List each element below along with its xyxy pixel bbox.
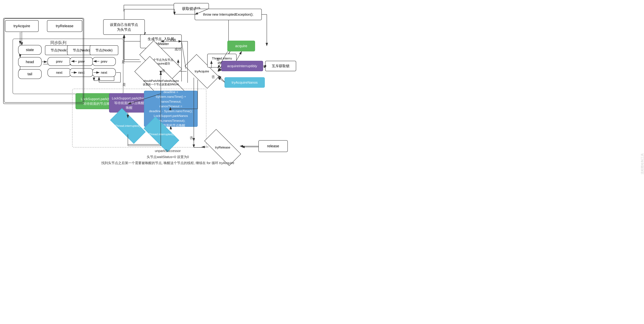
label-success1: 成功	[174, 47, 181, 52]
node3-prev: prev	[92, 57, 116, 66]
node3-next: next	[92, 68, 116, 77]
try-acquire-box: tryAcquire	[5, 20, 38, 32]
label-yes2: 是	[122, 82, 126, 87]
node3-label: 节点(Node)	[90, 45, 118, 55]
throw-exception-box: throw new InterruptedException();	[195, 9, 262, 20]
try-acquire-nanos-box: tryAcquireNanos	[224, 77, 265, 88]
node1-next: next	[48, 68, 71, 77]
label-fail1: 失败	[170, 38, 176, 42]
label-no2: 否	[212, 75, 215, 79]
acquire-interruptibly-box: acquireInterruptibly	[221, 61, 263, 71]
thread-interrupted-diamond2: Thread.interrupted()	[145, 126, 178, 143]
park-this-purple: LockSupport.park(this);等待前面的节点唤醒唤醒	[109, 93, 149, 113]
thread-interrupted-diamond1: Thread.interrupted()	[111, 118, 145, 134]
label-yes3: 是	[216, 57, 220, 62]
label-no3: 否	[190, 136, 193, 140]
state-box: state	[18, 45, 42, 55]
svg-line-82	[236, 51, 242, 61]
svg-line-88	[182, 41, 186, 69]
bottom-text: unparkSuccessor 头节点waitStatus<0 设置为0 找到头…	[50, 148, 285, 166]
node2-prev: prev	[70, 57, 93, 66]
set-head-box: 设置自己当前节点为头节点	[103, 19, 145, 35]
label-no1: 否	[162, 69, 165, 73]
acquire-box: acquire	[227, 41, 255, 51]
label-yes1: 是	[122, 60, 125, 64]
node2-next: next	[70, 68, 93, 77]
sync-queue-label: 同步队列	[50, 40, 66, 45]
head-box: head	[18, 57, 42, 67]
watermark: 流程图绘制工具	[640, 153, 644, 174]
node1-prev: prev	[48, 57, 71, 66]
try-release-box: tryRelease	[47, 20, 82, 32]
mutex-acquire-box: 互斥获取锁	[265, 61, 296, 71]
tail-box: tail	[18, 69, 42, 79]
svg-line-78	[218, 77, 225, 83]
diagram: tryAcquire tryRelease 同步队列 state head ta…	[0, 0, 644, 324]
